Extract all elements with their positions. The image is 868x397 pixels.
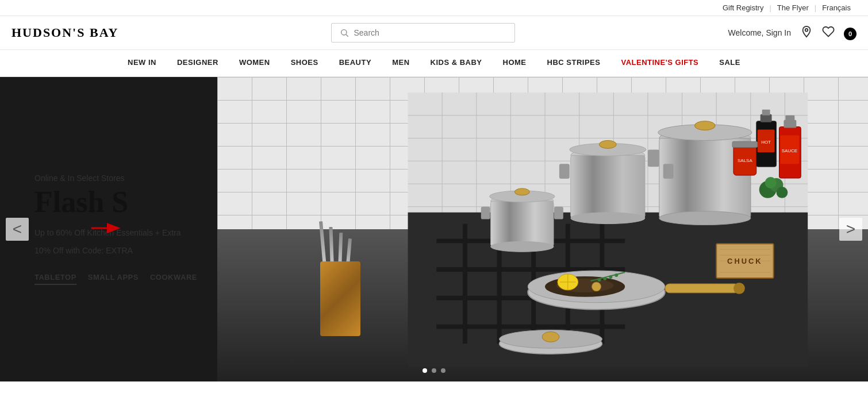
svg-rect-70	[760, 114, 771, 122]
hero-desc-2: 10% Off with Code: EXTRA	[34, 244, 226, 257]
svg-point-59	[597, 277, 601, 281]
hero-background: HOT SAUCE SALSA CHUCK	[217, 77, 869, 381]
hero-tabs: TABLETOP SMALL APPS COOKWARE	[34, 273, 226, 285]
gift-registry-link[interactable]: Gift Registry	[717, 3, 770, 12]
nav-item-new-in[interactable]: NEW IN	[117, 50, 167, 76]
hero-subtitle: Online & In Select Stores	[34, 174, 226, 183]
the-flyer-link[interactable]: The Flyer	[771, 3, 815, 12]
nav-item-shoes[interactable]: SHOES	[281, 50, 329, 76]
hero-tab-cookware[interactable]: COOKWARE	[150, 273, 197, 285]
svg-point-90	[776, 186, 788, 198]
search-icon	[340, 28, 349, 37]
svg-rect-64	[665, 283, 739, 292]
carousel-dot-3[interactable]	[441, 368, 445, 373]
svg-point-2	[805, 28, 808, 31]
chevron-left-icon: <	[13, 220, 22, 238]
hero-tab-tabletop[interactable]: TABLETOP	[34, 273, 76, 285]
svg-rect-49	[481, 206, 490, 219]
svg-point-32	[659, 211, 750, 225]
svg-point-0	[341, 30, 347, 35]
red-arrow-svg	[89, 217, 124, 240]
nav-item-men[interactable]: MEN	[382, 50, 420, 76]
svg-point-46	[490, 241, 553, 252]
svg-point-91	[765, 177, 776, 188]
search-bar[interactable]	[331, 23, 515, 43]
header-right: Welcome, Sign In 0	[728, 25, 857, 41]
nav-item-beauty[interactable]: BEAUTY	[329, 50, 382, 76]
hero-title: Flash S	[34, 187, 226, 217]
nav-item-hbc-stripes[interactable]: HBC STRIPES	[537, 50, 611, 76]
svg-rect-75	[783, 120, 796, 128]
nav-item-valentines[interactable]: VALENTINE'S GIFTS	[610, 50, 709, 76]
hero-desc-1: Up to 60% Off Kitchen Essentials + Extra	[34, 226, 226, 239]
svg-point-34	[694, 121, 715, 130]
utility-bar: Gift Registry | The Flyer | Français	[0, 0, 868, 16]
svg-line-1	[346, 34, 348, 37]
cart-icon[interactable]: 0	[844, 26, 857, 40]
svg-point-62	[614, 273, 618, 277]
svg-rect-80	[732, 141, 758, 147]
red-arrow	[89, 217, 124, 242]
nav-item-sale[interactable]: SALE	[709, 50, 751, 76]
svg-text:SAUCE: SAUCE	[781, 148, 797, 153]
carousel-next-button[interactable]: >	[839, 218, 862, 241]
nav-bar: NEW IN DESIGNER WOMEN SHOES BEAUTY MEN K…	[0, 50, 868, 77]
svg-point-61	[609, 275, 612, 279]
welcome-text[interactable]: Welcome, Sign In	[728, 28, 791, 37]
francais-link[interactable]: Français	[816, 3, 857, 12]
nav-item-home[interactable]: HOME	[493, 50, 537, 76]
header: HUDSON'S BAY Welcome, Sign In 0	[0, 16, 868, 50]
chevron-right-icon: >	[846, 220, 855, 238]
svg-rect-50	[554, 206, 563, 219]
location-icon[interactable]	[800, 25, 813, 41]
svg-point-41	[599, 140, 616, 148]
svg-point-48	[514, 188, 529, 195]
carousel-dot-1[interactable]	[423, 368, 427, 373]
carousel-dots	[423, 368, 445, 373]
cart-badge: 0	[844, 28, 857, 40]
cookware-svg: HOT SAUCE SALSA CHUCK	[380, 92, 836, 367]
knife-block	[314, 221, 366, 336]
hero-tab-small-apps[interactable]: SMALL APPS	[88, 273, 139, 285]
svg-point-68	[542, 332, 559, 342]
svg-rect-76	[785, 115, 794, 121]
svg-point-60	[603, 276, 606, 280]
nav-item-women[interactable]: WOMEN	[229, 50, 281, 76]
svg-point-63	[592, 282, 601, 291]
svg-text:HOT: HOT	[761, 140, 771, 145]
svg-rect-35	[648, 149, 659, 167]
knife-block-body	[320, 261, 360, 336]
nav-item-designer[interactable]: DESIGNER	[167, 50, 229, 76]
hero-section: HOT SAUCE SALSA CHUCK	[0, 77, 868, 381]
svg-rect-38	[570, 155, 644, 218]
svg-rect-45	[490, 201, 553, 246]
svg-point-65	[733, 282, 745, 294]
search-input[interactable]	[354, 28, 506, 37]
wishlist-icon[interactable]	[822, 25, 835, 41]
svg-rect-42	[559, 164, 570, 179]
svg-text:SALSA: SALSA	[738, 158, 752, 163]
carousel-prev-button[interactable]: <	[6, 218, 29, 241]
svg-point-39	[570, 212, 644, 223]
nav-item-kids-baby[interactable]: KIDS & BABY	[420, 50, 493, 76]
carousel-dot-2[interactable]	[432, 368, 436, 373]
logo[interactable]: HUDSON'S BAY	[11, 25, 118, 40]
svg-text:CHUCK: CHUCK	[727, 257, 763, 265]
svg-rect-71	[762, 109, 770, 115]
svg-rect-43	[663, 164, 673, 179]
